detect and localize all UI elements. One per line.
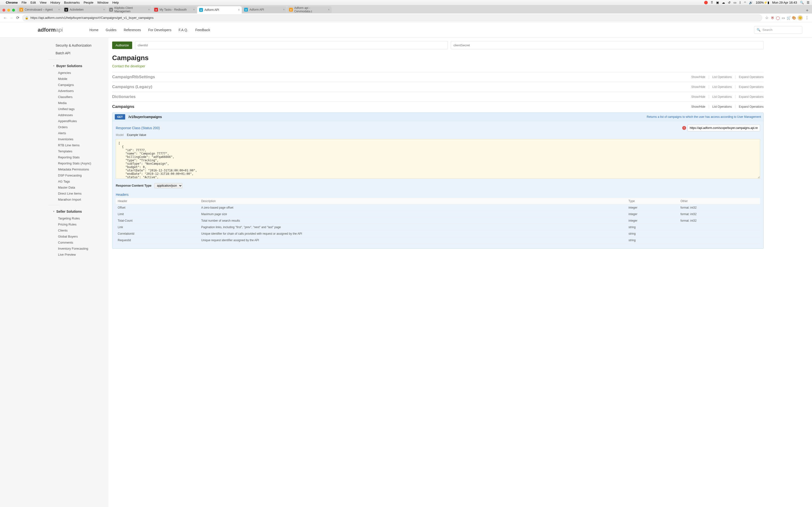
status-bluetooth-icon[interactable]: ᛒ (739, 1, 741, 4)
tab-close-icon[interactable]: × (103, 8, 105, 11)
site-search[interactable]: 🔍 Search (754, 26, 802, 34)
api-section[interactable]: Campaigns (Legacy) Show/Hide List Operat… (112, 82, 764, 92)
nav-faq[interactable]: F.A.Q. (179, 28, 188, 32)
menu-people[interactable]: People (84, 1, 93, 4)
sidebar-item[interactable]: Pricing Rules (0, 221, 108, 227)
browser-tab[interactable]: ● Klipfolio Client Managemen × (107, 6, 152, 13)
forward-button[interactable]: → (8, 16, 14, 20)
op-list[interactable]: List Operations (709, 75, 732, 79)
menu-edit[interactable]: Edit (31, 1, 36, 4)
back-button[interactable]: ← (2, 16, 8, 20)
browser-tab[interactable]: ● Adform api - Cervinodata.c × (287, 6, 332, 13)
status-volume-icon[interactable]: 🔊 (749, 1, 753, 4)
op-showhide[interactable]: Show/Hide (692, 105, 705, 108)
status-app-icon[interactable]: ▣ (716, 1, 719, 4)
browser-tab[interactable]: ● Cervinoboard – Agent × (17, 6, 62, 13)
tab-close-icon[interactable]: × (193, 8, 195, 11)
status-cloud-icon[interactable]: ☁ (722, 1, 725, 4)
sidebar-item[interactable]: Agencies (0, 70, 108, 76)
browser-tab[interactable]: ● Activiteiten × (62, 6, 107, 13)
sidebar-item[interactable]: Inventories (0, 136, 108, 142)
tab-model[interactable]: Model (116, 133, 124, 137)
sidebar-item[interactable]: Unified tags (0, 106, 108, 112)
op-expand[interactable]: Expand Operations (735, 95, 764, 99)
browser-tab[interactable]: ● Adform API × (242, 6, 287, 13)
nav-feedback[interactable]: Feedback (195, 28, 210, 32)
sidebar-item[interactable]: Media (0, 100, 108, 106)
sidebar-item[interactable]: Reporting Stats (0, 154, 108, 160)
sidebar-item[interactable]: Classifiers (0, 94, 108, 100)
sidebar-item[interactable]: DSP Forecasting (0, 172, 108, 178)
api-section[interactable]: Campaigns Show/Hide List Operations Expa… (112, 102, 764, 112)
sidebar-item[interactable]: Targeting Rules (0, 215, 108, 221)
chrome-menu-button[interactable]: ⋮ (804, 15, 810, 20)
op-expand[interactable]: Expand Operations (735, 105, 764, 108)
window-close-button[interactable] (2, 9, 5, 12)
profile-avatar[interactable]: 🙂 (798, 15, 803, 20)
bookmark-star-icon[interactable]: ☆ (764, 15, 770, 20)
ext-1password-icon[interactable]: ⛨ (770, 16, 775, 20)
client-id-input[interactable] (135, 41, 448, 49)
status-clock[interactable]: Mon 29 Apr 16:43 (772, 1, 797, 4)
sidebar-item[interactable]: Live Preview (0, 251, 108, 258)
sidebar-item[interactable]: AG Tags (0, 178, 108, 184)
menu-help[interactable]: Help (112, 1, 119, 4)
app-name[interactable]: Chrome (6, 1, 18, 4)
status-airplay-icon[interactable]: ▭ (733, 1, 737, 4)
ext-color-icon[interactable]: 🎨 (791, 16, 797, 20)
menu-bookmarks[interactable]: Bookmarks (64, 1, 80, 4)
browser-tab[interactable]: ● My Tasks - Redbooth × (152, 6, 197, 13)
ext-reader-icon[interactable]: ▭ (780, 16, 786, 20)
browser-tab[interactable]: ● Adform API × (197, 6, 242, 13)
sidebar-item[interactable]: Marathon Import (0, 196, 108, 203)
status-sync-icon[interactable]: ↺ (728, 1, 730, 4)
sidebar-item[interactable]: Mobile (0, 76, 108, 82)
sidebar-item[interactable]: Master Data (0, 184, 108, 190)
new-tab-button[interactable]: ＋ (804, 7, 811, 13)
menu-history[interactable]: History (50, 1, 60, 4)
rct-select[interactable]: application/json (154, 183, 183, 188)
tab-close-icon[interactable]: × (328, 8, 329, 11)
menu-view[interactable]: View (40, 1, 46, 4)
address-bar[interactable]: 🔒 https://api.adform.com/v1/help/buyer/c… (22, 14, 762, 21)
tab-close-icon[interactable]: × (238, 8, 240, 12)
op-showhide[interactable]: Show/Hide (692, 85, 705, 89)
menu-file[interactable]: File (21, 1, 27, 4)
op-list[interactable]: List Operations (709, 85, 732, 89)
sidebar-item[interactable]: Addresses (0, 112, 108, 118)
op-showhide[interactable]: Show/Hide (692, 95, 705, 99)
sidebar-item[interactable]: Inventory Forecasting (0, 245, 108, 251)
endpoint-header[interactable]: GET /v1/buyer/campaigns Returns a list o… (112, 113, 763, 121)
nav-guides[interactable]: Guides (106, 28, 116, 32)
response-example[interactable]: [ { "id": 77777, "name": "Campaign 77777… (116, 139, 760, 179)
nav-home[interactable]: Home (89, 28, 98, 32)
op-list[interactable]: List Operations (709, 105, 732, 108)
sidebar-item[interactable]: Campaigns (0, 82, 108, 88)
sidebar-item[interactable]: Advertisers (0, 88, 108, 94)
status-menu-icon[interactable]: ☰ (807, 1, 810, 4)
status-dropbox-icon[interactable]: ⠿ (711, 1, 713, 4)
tab-close-icon[interactable]: × (148, 8, 150, 11)
scope-input[interactable] (688, 125, 760, 131)
client-secret-input[interactable] (451, 41, 764, 49)
status-battery[interactable]: 100% ⚡▮ (756, 1, 769, 4)
sidebar-cat-buyer[interactable]: ▼Buyer Solutions (0, 62, 108, 70)
api-section[interactable]: CampaignRtbSettings Show/Hide List Opera… (112, 72, 764, 82)
tab-close-icon[interactable]: × (58, 8, 60, 11)
ext-shopping-icon[interactable]: 🛒 (786, 16, 791, 20)
reload-button[interactable]: ⟳ (14, 15, 21, 20)
sidebar-item[interactable]: Orders (0, 124, 108, 130)
sidebar-item[interactable]: Reporting Stats (Async) (0, 160, 108, 166)
sidebar-cat-seller[interactable]: ▼Seller Solutions (0, 208, 108, 215)
sidebar-item[interactable]: Comments (0, 239, 108, 245)
window-minimize-button[interactable] (7, 9, 10, 12)
authorize-button[interactable]: Authorize (112, 42, 132, 49)
tab-close-icon[interactable]: × (283, 8, 285, 11)
site-logo[interactable]: adformapi (0, 27, 70, 33)
nav-for-developers[interactable]: For Developers (148, 28, 171, 32)
menu-window[interactable]: Window (97, 1, 108, 4)
window-zoom-button[interactable] (12, 9, 15, 12)
sidebar-item[interactable]: Metadata Permissions (0, 166, 108, 172)
sidebar-item[interactable]: Alerts (0, 130, 108, 136)
tab-example-value[interactable]: Example Value (127, 133, 146, 137)
